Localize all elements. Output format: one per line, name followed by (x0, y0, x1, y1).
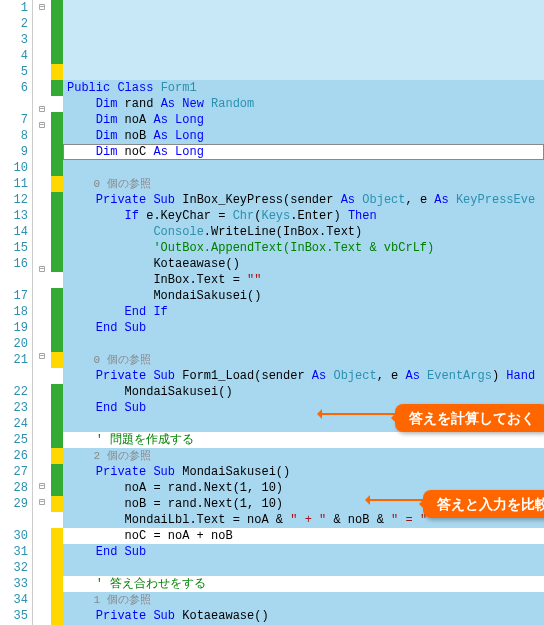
line-number: 35 (0, 608, 28, 624)
code-line[interactable]: Dim noB As Long (63, 128, 544, 144)
annotation-callout: 答えを計算しておく (395, 404, 544, 432)
change-marker (51, 592, 63, 608)
line-number: 14 (0, 224, 28, 240)
code-line[interactable]: ' 答え合わせをする (63, 576, 544, 592)
line-number: 4 (0, 48, 28, 64)
fold-marker (33, 134, 51, 148)
change-marker (51, 224, 63, 240)
fold-marker[interactable]: ⊟ (33, 479, 51, 495)
fold-markers[interactable]: ⊟⊟⊟⊟⊟⊟⊟ (33, 0, 51, 625)
code-area[interactable]: 答えを計算しておく 答えと入力を比較 Public Class Form1 Di… (63, 0, 544, 625)
line-number: 10 (0, 160, 28, 176)
fold-marker (33, 408, 51, 422)
line-number: 24 (0, 416, 28, 432)
code-line[interactable]: 1 個の参照 (63, 592, 544, 608)
code-line[interactable] (63, 560, 544, 576)
code-line[interactable]: 2 個の参照 (63, 448, 544, 464)
line-number: 16 (0, 256, 28, 272)
line-number-gutter: 1234567891011121314151617181920212223242… (0, 0, 33, 625)
fold-marker[interactable]: ⊟ (33, 495, 51, 511)
line-number: 20 (0, 336, 28, 352)
line-number: 26 (0, 448, 28, 464)
code-line[interactable]: InBox.Text = "" (63, 272, 544, 288)
change-marker (51, 64, 63, 80)
fold-marker (33, 306, 51, 320)
change-marker (51, 384, 63, 400)
code-line[interactable]: Private Sub Kotaeawase() (63, 608, 544, 624)
line-number: 34 (0, 592, 28, 608)
fold-marker (33, 162, 51, 176)
line-number: 7 (0, 112, 28, 128)
fold-marker (33, 176, 51, 190)
code-line[interactable]: Public Class Form1 (63, 80, 544, 96)
code-line[interactable]: Private Sub Form1_Load(sender As Object,… (63, 368, 544, 384)
fold-marker (33, 321, 51, 335)
fold-marker (33, 205, 51, 219)
line-number: 21 (0, 352, 28, 368)
fold-marker[interactable]: ⊟ (33, 102, 51, 118)
fold-marker[interactable]: ⊟ (33, 349, 51, 365)
change-marker (51, 320, 63, 336)
line-number (0, 96, 28, 112)
line-number: 23 (0, 400, 28, 416)
line-number: 25 (0, 432, 28, 448)
code-line[interactable]: 'OutBox.AppendText(InBox.Text & vbCrLf) (63, 240, 544, 256)
fold-marker (33, 292, 51, 306)
line-number: 22 (0, 384, 28, 400)
code-line[interactable]: Console.WriteLine(InBox.Text) (63, 224, 544, 240)
change-marker (51, 576, 63, 592)
code-line[interactable] (63, 336, 544, 352)
line-number: 27 (0, 464, 28, 480)
line-number (0, 512, 28, 528)
code-line[interactable]: Dim noC As Long (63, 144, 544, 160)
fold-marker (33, 16, 51, 30)
change-marker (51, 512, 63, 528)
fold-marker (33, 611, 51, 625)
code-line[interactable]: End Sub (63, 320, 544, 336)
code-line[interactable]: MondaiSakusei() (63, 384, 544, 400)
change-marker (51, 80, 63, 96)
code-line[interactable] (63, 160, 544, 176)
code-line[interactable]: 0 個の参照 (63, 176, 544, 192)
fold-marker (33, 248, 51, 262)
change-marker (51, 432, 63, 448)
line-number: 8 (0, 128, 28, 144)
change-marker (51, 416, 63, 432)
change-marker (51, 608, 63, 624)
fold-marker (33, 45, 51, 59)
fold-marker (33, 394, 51, 408)
line-number: 32 (0, 560, 28, 576)
code-line[interactable]: End Sub (63, 544, 544, 560)
change-marker (51, 352, 63, 368)
code-line[interactable]: End If (63, 304, 544, 320)
change-marker (51, 112, 63, 128)
line-number: 33 (0, 576, 28, 592)
code-line[interactable]: Private Sub InBox_KeyPress(sender As Obj… (63, 192, 544, 208)
change-marker (51, 448, 63, 464)
code-line[interactable]: 0 個の参照 (63, 352, 544, 368)
change-marker (51, 160, 63, 176)
code-line[interactable]: Dim noA As Long (63, 112, 544, 128)
fold-marker[interactable]: ⊟ (33, 0, 51, 16)
change-marker (51, 96, 63, 112)
code-line[interactable]: Private Sub MondaiSakusei() (63, 464, 544, 480)
code-line[interactable]: MondaiSakusei() (63, 288, 544, 304)
code-line[interactable]: Kotaeawase() (63, 256, 544, 272)
fold-marker (33, 335, 51, 349)
fold-marker[interactable]: ⊟ (33, 262, 51, 278)
code-editor[interactable]: 1234567891011121314151617181920212223242… (0, 0, 544, 625)
fold-marker (33, 30, 51, 44)
fold-marker (33, 191, 51, 205)
code-line[interactable]: ' 問題を作成する (63, 432, 544, 448)
code-line[interactable]: noC = noA + noB (63, 528, 544, 544)
fold-marker (33, 554, 51, 568)
fold-marker (33, 278, 51, 292)
change-marker (51, 368, 63, 384)
code-line[interactable]: Dim rand As New Random (63, 96, 544, 112)
fold-marker (33, 379, 51, 393)
fold-marker (33, 465, 51, 479)
line-number (0, 272, 28, 288)
fold-marker[interactable]: ⊟ (33, 118, 51, 134)
code-line[interactable]: If e.KeyChar = Chr(Keys.Enter) Then (63, 208, 544, 224)
line-number: 29 (0, 496, 28, 512)
